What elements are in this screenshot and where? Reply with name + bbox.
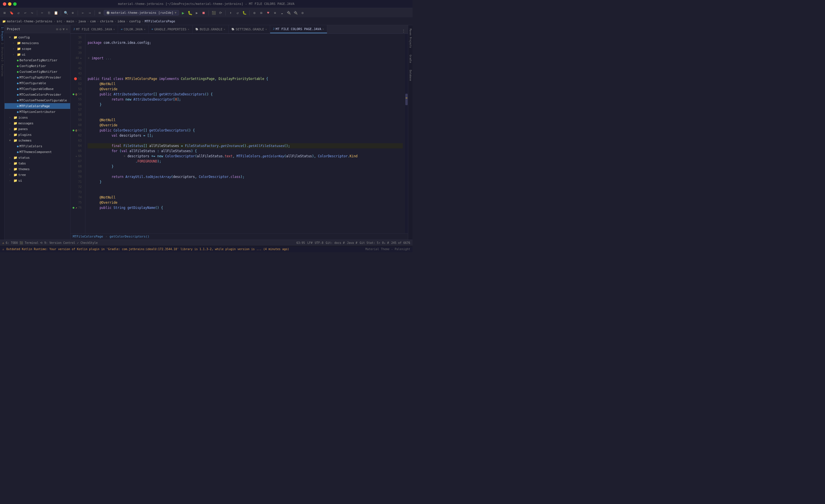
refresh-btn[interactable]: ↺ xyxy=(15,10,21,16)
breadcrumb-config[interactable]: config xyxy=(129,19,141,23)
breadcrumb-chrisrm[interactable]: chrisrm xyxy=(100,19,113,23)
favorites-panel-tab[interactable]: 2: Favorites xyxy=(0,60,5,77)
breadcrumb-main[interactable]: main xyxy=(66,19,74,23)
cloud-btn[interactable]: ☁ xyxy=(279,10,285,16)
tree-item-tabs[interactable]: › 📁 tabs xyxy=(5,160,70,166)
gradle-tab[interactable]: Gradle xyxy=(408,51,413,66)
tab-close-6[interactable]: × xyxy=(322,27,324,31)
checkstyle-btn[interactable]: ✓ CheckStyle xyxy=(77,241,98,244)
search2-btn[interactable]: ⊕ xyxy=(70,10,76,16)
tree-item-ui-bottom[interactable]: › 📁 ui xyxy=(5,177,70,184)
tree-item-mtconfig-top[interactable]: › ● MTConfigTopHitProvider xyxy=(5,74,70,80)
project-panel-tab[interactable]: 1: Project xyxy=(0,25,5,43)
tree-item-mtfilecolorspage[interactable]: › ● MTFileColorsPage xyxy=(5,103,70,109)
undo-btn[interactable]: ↩ xyxy=(22,10,28,16)
debug2-btn[interactable]: 🐛 xyxy=(241,10,247,16)
sync-btn[interactable]: ⊕ xyxy=(272,10,278,16)
tree-item-themes[interactable]: › 📁 themes xyxy=(5,166,70,172)
tree-scope-btn[interactable]: ⊞ xyxy=(56,27,58,31)
maximize-button[interactable] xyxy=(13,2,17,6)
tab-gradle-props[interactable]: ≡ GRADLE.PROPERTIES × xyxy=(149,25,193,33)
tab-close-1[interactable]: × xyxy=(113,28,115,31)
scroll-thumb[interactable] xyxy=(405,94,407,105)
back-btn[interactable]: ← xyxy=(80,10,86,16)
tree-item-panes[interactable]: › 📁 panes xyxy=(5,126,70,132)
tree-item-status[interactable]: › 📁 status xyxy=(5,155,70,160)
plugin2-btn[interactable]: 🔌 xyxy=(286,10,292,16)
tree-item-mtoptioncontributor[interactable]: › ● MTOptionContributor xyxy=(5,109,70,115)
cut-btn[interactable]: ✂ xyxy=(39,10,45,16)
run-configuration[interactable]: 🔘 material-theme-jetbrains [runIde] ▼ xyxy=(104,10,179,15)
encoding[interactable]: UTF-8 xyxy=(315,241,323,244)
search-btn[interactable]: 🔍 xyxy=(63,10,69,16)
deploy-btn[interactable]: ⬆ xyxy=(228,10,233,16)
tree-item-mtconfigurable[interactable]: › ● MTConfigurable xyxy=(5,80,70,86)
settings-btn[interactable]: ⚙ xyxy=(251,10,257,16)
tree-item-confignotifier[interactable]: › ● ConfigNotifier xyxy=(5,63,70,69)
tree-item-scope[interactable]: › 📁 scope xyxy=(5,46,70,52)
rebuild-btn[interactable]: ⟳ xyxy=(218,10,223,16)
tab-build-gradle[interactable]: 🐘 BUILD.GRADLE × xyxy=(193,25,229,33)
tree-close-btn[interactable]: × xyxy=(66,27,68,31)
tab-close-2[interactable]: × xyxy=(144,28,146,31)
tree-item-mtfilecolors[interactable]: › ● MTFileColors xyxy=(5,143,70,149)
breadcrumb-bottom-file[interactable]: MTFileColorsPage xyxy=(73,235,103,238)
copy-btn[interactable]: ⎘ xyxy=(46,10,52,16)
tab-close-5[interactable]: × xyxy=(265,28,267,31)
tree-item-mtcustomtheme[interactable]: › ● MTCustomThemeConfigurable xyxy=(5,97,70,103)
breadcrumb-src[interactable]: src xyxy=(57,19,63,23)
tree-item-menuicons[interactable]: › 📁 menuicons xyxy=(5,40,70,46)
tab-color[interactable]: ⇄ COLOR.JAVA × xyxy=(118,25,149,33)
code-content[interactable]: package com.chrisrm.idea.config; + impor… xyxy=(85,34,405,233)
tree-item-messages[interactable]: › 📁 messages xyxy=(5,120,70,126)
tree-item-mtcustomcolors[interactable]: › ● MTCustomColorsProvider xyxy=(5,92,70,97)
tab-mt-file-colors[interactable]: J MT FILE COLORS.JAVA × xyxy=(70,25,118,33)
stop-btn[interactable]: ⏹ xyxy=(201,10,207,16)
git-branch[interactable]: Git: docs # xyxy=(326,241,345,244)
tab-mt-file-colors-page[interactable]: J MT FILE COLORS PAGE.JAVA × xyxy=(270,25,327,33)
settings2-btn[interactable]: ⚙ xyxy=(300,10,305,16)
run-with-coverage-btn[interactable]: ▶ xyxy=(194,10,200,16)
tree-item-mtconfigurablebase[interactable]: › ● MTConfigurableBase xyxy=(5,86,70,92)
structure-panel-tab[interactable]: 2: Structure xyxy=(0,43,5,60)
breadcrumb-com[interactable]: com xyxy=(90,19,96,23)
git-stat[interactable]: Git Stat: 5↑ 0↓ # xyxy=(360,241,389,244)
fold-40[interactable]: + xyxy=(80,56,82,61)
tab-overflow[interactable]: ⋮ xyxy=(399,29,408,33)
minimize-button[interactable] xyxy=(8,2,11,6)
breadcrumb-idea[interactable]: idea xyxy=(118,19,125,23)
breadcrumb-root[interactable]: material-theme-jetbrains xyxy=(7,19,53,23)
project-btn[interactable]: ⊞ xyxy=(2,10,7,16)
maven-projects-tab[interactable]: Maven Projects xyxy=(408,25,413,51)
breadcrumb-file[interactable]: MTFileColorsPage xyxy=(145,19,175,23)
paste-btn[interactable]: 📋 xyxy=(53,10,59,16)
tree-gear-btn[interactable]: ⚙ xyxy=(59,27,61,31)
tree-item-beforeconfig[interactable]: › ● BeforeConfigNotifier xyxy=(5,57,70,63)
breadcrumb-bottom-method[interactable]: getColorDescriptors() xyxy=(110,235,150,238)
tree-item-config[interactable]: ▼ 📁 config xyxy=(5,34,70,40)
window-controls[interactable] xyxy=(3,2,17,6)
build-btn[interactable]: ⬛ xyxy=(211,10,217,16)
todo-btn[interactable]: ⚠ 6: TODO xyxy=(2,241,18,244)
tab-close-4[interactable]: × xyxy=(224,28,225,31)
tree-item-schemes[interactable]: ▼ 📁 schemes xyxy=(5,138,70,143)
tab-close-3[interactable]: × xyxy=(188,28,190,31)
update-btn[interactable]: ↺ xyxy=(235,10,240,16)
grid-btn[interactable]: ⊞ xyxy=(97,10,102,16)
tree-item-ui[interactable]: › 📁 ui xyxy=(5,52,70,57)
plugins-btn[interactable]: ⊞ xyxy=(258,10,264,16)
tree-expand-btn[interactable]: ▼ xyxy=(63,27,65,31)
tree-item-customconfig[interactable]: › ● CustomConfigNotifier xyxy=(5,69,70,74)
tab-settings-gradle[interactable]: 🐘 SETTINGS.GRADLE × xyxy=(229,25,270,33)
heart-btn[interactable]: ♥ xyxy=(265,10,271,16)
redo-btn[interactable]: ↪ xyxy=(29,10,35,16)
tree-item-plugins[interactable]: › 📁 plugins xyxy=(5,132,70,138)
breadcrumb-java[interactable]: java xyxy=(78,19,86,23)
tree-item-icons[interactable]: › 📁 icons xyxy=(5,115,70,120)
close-button[interactable] xyxy=(3,2,6,6)
code-editor[interactable]: 36 37 38 39 40 + 41 42 43 🔴 51 52 xyxy=(70,34,408,233)
plugin3-btn[interactable]: 🔌 xyxy=(293,10,298,16)
terminal-btn[interactable]: ⬛ Terminal xyxy=(19,241,39,244)
debug-button[interactable]: 🐛 xyxy=(187,10,193,16)
run-button[interactable]: ▶ xyxy=(180,10,186,16)
